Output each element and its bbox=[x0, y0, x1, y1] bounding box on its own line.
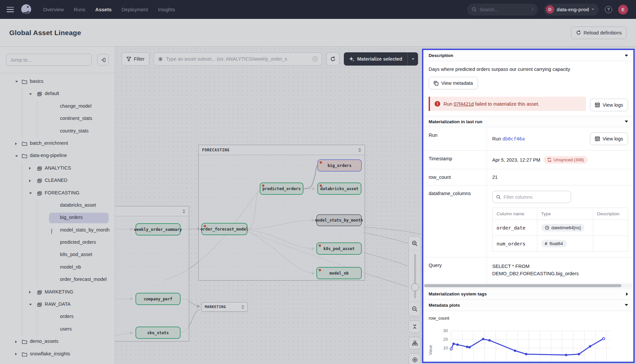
run-id-link[interactable]: db0cf46a bbox=[503, 136, 525, 141]
sidebar-item-MARKETING[interactable]: MARKETING bbox=[0, 286, 115, 298]
svg-text:Value: Value bbox=[428, 345, 433, 355]
graph-node-model_nb[interactable]: model_nb bbox=[316, 267, 362, 279]
reload-definitions-button[interactable]: Reload definitions bbox=[571, 26, 627, 39]
sidebar-item-continent_stats[interactable]: continent_stats bbox=[0, 113, 115, 125]
sidebar-item-big_orders[interactable]: big_orders bbox=[0, 212, 115, 224]
sidebar-item-k8s_pod_asset[interactable]: k8s_pod_asset bbox=[0, 249, 115, 261]
zoom-in-button[interactable] bbox=[409, 236, 421, 250]
sidebar-item-basics[interactable]: basics bbox=[0, 76, 115, 88]
sidebar-item-batch_enrichment[interactable]: batch_enrichment bbox=[0, 137, 115, 150]
sidebar-item-FORECASTING[interactable]: FORECASTING bbox=[0, 187, 115, 199]
menu-icon[interactable] bbox=[7, 7, 14, 12]
tree-caret-icon[interactable] bbox=[29, 304, 32, 305]
collapse-group-icon[interactable] bbox=[182, 209, 186, 213]
materialize-options-dropdown[interactable] bbox=[407, 52, 418, 66]
sidebar-item-data-eng-pipeline[interactable]: data-eng-pipeline bbox=[0, 150, 115, 162]
help-icon[interactable]: ? bbox=[605, 6, 612, 13]
graph-node-k8s_pod_asset[interactable]: k8s_pod_asset bbox=[316, 242, 362, 255]
tree-caret-icon[interactable] bbox=[15, 155, 18, 157]
tree-caret-icon[interactable] bbox=[15, 81, 18, 82]
nav-item-runs[interactable]: Runs bbox=[74, 7, 85, 12]
failed-run-link[interactable]: 07f4421d bbox=[454, 101, 474, 107]
sidebar-item-label: CLEANED bbox=[45, 178, 68, 183]
sidebar-item-label: change_model bbox=[60, 103, 91, 109]
sidebar-item-orders[interactable]: orders bbox=[0, 311, 115, 323]
sidebar-item-CLEANED[interactable]: CLEANED bbox=[0, 175, 115, 187]
workspace-switcher[interactable]: D data-eng-prod bbox=[544, 4, 599, 16]
sidebar-item-change_model[interactable]: change_model bbox=[0, 100, 115, 113]
materialize-selected-button[interactable]: Materialize selected bbox=[344, 52, 418, 66]
sidebar-item-ANALYTICS[interactable]: ANALYTICS bbox=[0, 162, 115, 175]
collapse-sidebar-button[interactable] bbox=[97, 54, 109, 66]
sidebar-item-country_stats[interactable]: country_stats bbox=[0, 125, 115, 137]
view-logs-button[interactable]: View logs bbox=[590, 132, 628, 145]
sidebar-item-model_nb[interactable]: model_nb bbox=[0, 261, 115, 274]
metadata-plots-section-header[interactable]: Metadata plots bbox=[423, 300, 633, 311]
system-tags-section-header[interactable]: Materialization system tags bbox=[423, 288, 633, 300]
zoom-slider[interactable] bbox=[409, 250, 421, 302]
unsynced-badge[interactable]: Unsynced (308) bbox=[544, 156, 588, 164]
sidebar-item-demo_assets[interactable]: demo_assets bbox=[0, 336, 115, 348]
group-header[interactable] bbox=[115, 206, 189, 216]
view-logs-button[interactable]: View logs bbox=[590, 99, 628, 111]
jump-to-input[interactable] bbox=[6, 54, 92, 66]
graph-node-databricks_asset[interactable]: databricks_asset bbox=[317, 182, 361, 195]
nav-item-insights[interactable]: Insights bbox=[158, 7, 175, 12]
collapse-group-icon[interactable] bbox=[358, 148, 361, 152]
info-icon: i bbox=[312, 56, 318, 62]
tree-caret-icon[interactable] bbox=[15, 353, 17, 355]
collapsed-group-MARKETING[interactable]: MARKETING bbox=[201, 302, 248, 312]
filter-columns-input[interactable]: Filter columns bbox=[492, 191, 571, 203]
graph-node-sku_stats[interactable]: sku_stats bbox=[135, 327, 181, 339]
sidebar-item-default[interactable]: default bbox=[0, 88, 115, 100]
last-run-section-header[interactable]: Materialization in last run bbox=[423, 116, 633, 127]
graph-node-order_forecast_model[interactable]: order_forecast_model bbox=[201, 223, 247, 235]
zoom-out-button[interactable] bbox=[409, 302, 421, 316]
sidebar-item-databricks_asset[interactable]: databricks_asset bbox=[0, 199, 115, 212]
tree-caret-icon[interactable] bbox=[29, 167, 31, 170]
graph-node-big_orders[interactable]: big_orders bbox=[317, 159, 362, 172]
tree-caret-icon[interactable] bbox=[29, 192, 32, 194]
sidebar-item-model_stats_by_month[interactable]: model_stats_by_month bbox=[0, 224, 115, 236]
run-value[interactable]: Run db0cf46a bbox=[492, 136, 525, 141]
sidebar-item-snowflake_insights[interactable]: snowflake_insights bbox=[0, 348, 115, 360]
nav-item-deployment[interactable]: Deployment bbox=[122, 7, 148, 12]
tree-caret-icon[interactable] bbox=[29, 180, 31, 182]
sidebar-item-order_forecast_model[interactable]: order_forecast_model bbox=[0, 274, 115, 286]
run-label: Run bbox=[423, 127, 487, 150]
horizontal-scrollbar[interactable] bbox=[424, 284, 633, 288]
graph-node-weekly_order_summary[interactable]: weekly_order_summary bbox=[135, 223, 181, 235]
tree-caret-icon[interactable] bbox=[29, 291, 31, 293]
dataframe-columns-label: dataframe_columns bbox=[423, 185, 487, 257]
zoom-slider-handle[interactable] bbox=[411, 283, 419, 291]
layout-tree-button[interactable] bbox=[408, 337, 421, 349]
sidebar-item-users[interactable]: users bbox=[0, 323, 115, 336]
collapse-group-icon[interactable] bbox=[241, 305, 244, 309]
nav-item-overview[interactable]: Overview bbox=[43, 7, 64, 12]
dagster-logo-icon[interactable] bbox=[20, 3, 32, 16]
graph-node-predicted_orders[interactable]: predicted_orders bbox=[260, 182, 303, 195]
chevron-right-icon bbox=[626, 292, 628, 296]
search-input[interactable]: Search... / bbox=[467, 4, 538, 16]
node-label: order_forecast_model bbox=[200, 227, 248, 232]
recenter-button[interactable] bbox=[408, 353, 421, 364]
view-metadata-button[interactable]: View metadata bbox=[429, 77, 478, 89]
sidebar-item-RAW_DATA[interactable]: RAW_DATA bbox=[0, 298, 115, 311]
user-avatar[interactable]: E bbox=[618, 5, 628, 15]
description-section-header[interactable]: Description bbox=[423, 50, 633, 61]
graph-node-company_perf[interactable]: company_perf bbox=[135, 293, 181, 305]
asset-subset-input[interactable]: Type an asset subset... (ex: ANALYTICS/w… bbox=[154, 52, 322, 66]
scrollbar-thumb[interactable] bbox=[424, 284, 621, 287]
sidebar-item-label: model_stats_by_month bbox=[60, 227, 110, 233]
tree-caret-icon[interactable] bbox=[15, 142, 17, 145]
group-header[interactable]: FORECASTING bbox=[199, 145, 365, 155]
tree-caret-icon[interactable] bbox=[15, 340, 17, 343]
nav-item-assets[interactable]: Assets bbox=[95, 7, 112, 12]
filter-button[interactable]: Filter bbox=[122, 52, 149, 66]
collapse-groups-button[interactable] bbox=[408, 320, 421, 333]
tree-caret-icon[interactable] bbox=[29, 93, 32, 95]
graph-node-model_stats_by_month[interactable]: model_stats_by_month bbox=[316, 214, 362, 226]
group-name: FORECASTING bbox=[202, 148, 230, 152]
sidebar-item-predicted_orders[interactable]: predicted_orders bbox=[0, 236, 115, 249]
refresh-graph-button[interactable] bbox=[326, 52, 340, 66]
